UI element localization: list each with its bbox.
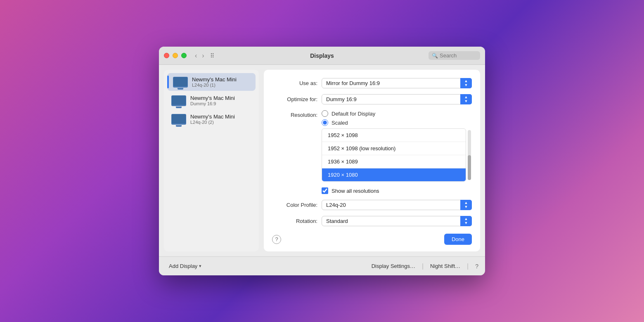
scaled-label: Scaled [331, 120, 348, 126]
show-all-resolutions-label: Show all resolutions [331, 188, 379, 194]
scaled-row: Scaled [322, 119, 472, 126]
search-input[interactable] [440, 52, 477, 59]
add-display-chevron-icon: ▾ [199, 263, 201, 269]
use-as-label: Use as: [272, 80, 317, 86]
display-settings-button[interactable]: Display Settings… [372, 263, 415, 269]
back-button[interactable]: ‹ [193, 52, 199, 60]
help-button[interactable]: ? [272, 235, 281, 244]
minimize-button[interactable] [173, 53, 178, 58]
scrollbar-thumb [468, 155, 471, 180]
sidebar-item-name-2: Newmy's Mac Mini [190, 95, 235, 101]
sidebar-item-sub-2: Dummy 16:9 [190, 101, 235, 106]
sidebar-item-info-2: Newmy's Mac Mini Dummy 16:9 [190, 95, 235, 106]
nav-buttons: ‹ › [193, 52, 206, 60]
separator-2: | [467, 263, 469, 270]
rotation-select[interactable]: Standard [322, 216, 472, 226]
display-icon-1 [173, 77, 188, 88]
optimize-for-select-wrapper: Dummy 16:9 ▲ ▼ [322, 94, 472, 104]
sidebar-item-info-3: Newmy's Mac Mini L24q-20 (2) [190, 114, 235, 125]
color-profile-row: Color Profile: L24q-20 ▲ ▼ [272, 200, 472, 210]
color-profile-select[interactable]: L24q-20 [322, 200, 472, 210]
sidebar-item-sub-3: L24q-20 (2) [190, 120, 235, 125]
display-icon-2 [171, 95, 186, 106]
sidebar: Newmy's Mac Mini L24q-20 (1) Newmy's Mac… [164, 70, 259, 251]
title-bar: ‹ › ⠿ Displays 🔍 [159, 47, 485, 65]
display-icon-3 [171, 114, 186, 125]
bottom-right-actions: Display Settings… | Night Shift… | ? [372, 263, 478, 270]
use-as-row: Use as: Mirror for Dummy 16:9 ▲ ▼ [272, 78, 472, 88]
separator-1: | [422, 263, 424, 270]
default-for-display-radio[interactable] [322, 110, 328, 117]
show-all-resolutions-row: Show all resolutions [322, 187, 472, 194]
scaled-radio[interactable] [322, 119, 328, 126]
resolution-list: 1952 × 1098 1952 × 1098 (low resolution)… [322, 128, 466, 182]
night-shift-button[interactable]: Night Shift… [430, 263, 460, 269]
done-button[interactable]: Done [444, 234, 472, 245]
search-icon: 🔍 [432, 53, 438, 59]
default-for-display-row: Default for Display [322, 110, 472, 117]
sidebar-item-name-3: Newmy's Mac Mini [190, 114, 235, 120]
maximize-button[interactable] [181, 53, 187, 58]
res-item-2[interactable]: 1936 × 1089 [322, 155, 466, 168]
traffic-lights [164, 53, 187, 58]
bottom-bar: Add Display ▾ Display Settings… | Night … [159, 256, 485, 275]
forward-button[interactable]: › [200, 52, 206, 60]
optimize-for-row: Optimize for: Dummy 16:9 ▲ ▼ [272, 94, 472, 104]
displays-window: ‹ › ⠿ Displays 🔍 Newmy's Mac Mini L24q-2… [159, 47, 485, 275]
sidebar-item-info-1: Newmy's Mac Mini L24q-20 (1) [192, 76, 237, 88]
rotation-select-wrapper: Standard ▲ ▼ [322, 216, 472, 226]
res-item-0[interactable]: 1952 × 1098 [322, 129, 466, 142]
search-box[interactable]: 🔍 [429, 51, 480, 60]
sidebar-item-display-3[interactable]: Newmy's Mac Mini L24q-20 (2) [167, 110, 256, 128]
use-as-select[interactable]: Mirror for Dummy 16:9 [322, 78, 472, 88]
sidebar-item-display-1[interactable]: Newmy's Mac Mini L24q-20 (1) [167, 73, 256, 91]
resolution-list-container: 1952 × 1098 1952 × 1098 (low resolution)… [322, 128, 472, 182]
rotation-label: Rotation: [272, 218, 317, 224]
optimize-for-select[interactable]: Dummy 16:9 [322, 94, 472, 104]
scrollbar[interactable] [468, 130, 471, 180]
sidebar-item-sub-1: L24q-20 (1) [192, 83, 237, 88]
default-for-display-label: Default for Display [331, 111, 375, 117]
sidebar-item-display-2[interactable]: Newmy's Mac Mini Dummy 16:9 [167, 92, 256, 109]
close-button[interactable] [164, 53, 169, 58]
sidebar-item-name-1: Newmy's Mac Mini [192, 76, 237, 83]
form-bottom-row: ? Done [272, 234, 472, 245]
optimize-for-label: Optimize for: [272, 96, 317, 102]
resolution-label: Resolution: [272, 112, 317, 118]
color-profile-label: Color Profile: [272, 202, 317, 208]
window-title: Displays [310, 52, 334, 59]
rotation-row: Rotation: Standard ▲ ▼ [272, 216, 472, 226]
res-item-1[interactable]: 1952 × 1098 (low resolution) [322, 142, 466, 155]
window-body: Newmy's Mac Mini L24q-20 (1) Newmy's Mac… [159, 65, 485, 256]
show-all-resolutions-checkbox[interactable] [322, 187, 328, 194]
color-profile-select-wrapper: L24q-20 ▲ ▼ [322, 200, 472, 210]
resolution-section: Resolution: Default for Display Scaled 1… [272, 110, 472, 182]
grid-icon: ⠿ [210, 52, 214, 59]
content-panel: Use as: Mirror for Dummy 16:9 ▲ ▼ Optimi… [264, 70, 480, 251]
bottom-help-button[interactable]: ? [475, 263, 478, 270]
res-item-3[interactable]: 1920 × 1080 [322, 168, 466, 181]
use-as-select-wrapper: Mirror for Dummy 16:9 ▲ ▼ [322, 78, 472, 88]
add-display-label: Add Display [169, 263, 197, 269]
resolution-options: Default for Display Scaled 1952 × 1098 1… [322, 110, 472, 182]
add-display-button[interactable]: Add Display ▾ [166, 261, 205, 271]
